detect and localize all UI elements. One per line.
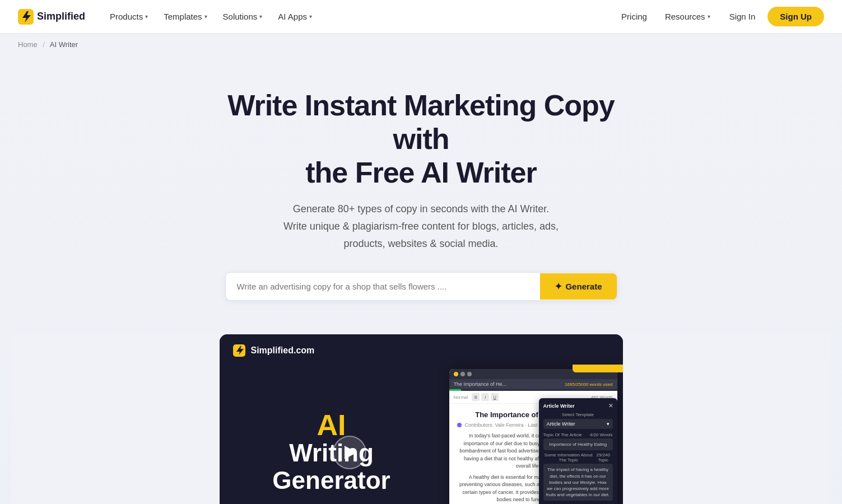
nav-resources[interactable]: Resources ▾ bbox=[658, 8, 717, 25]
nav-templates[interactable]: Templates ▾ bbox=[157, 8, 213, 25]
nav-pricing[interactable]: Pricing bbox=[615, 8, 654, 25]
nav-links: Products ▾ Templates ▾ Solutions ▾ AI Ap… bbox=[103, 8, 615, 25]
video-container: Simplified.com AI Writing Generator bbox=[220, 334, 623, 504]
video-generator-label: Generator bbox=[233, 467, 430, 494]
doc-filename: The Importance of He... bbox=[454, 381, 507, 387]
ai-topic-value: Importance of Healthy Eating bbox=[543, 438, 613, 450]
breadcrumb: Home / AI Writer bbox=[0, 34, 842, 55]
video-logo-icon bbox=[233, 344, 245, 357]
generate-icon: ✦ bbox=[555, 281, 562, 292]
video-ai-label: AI bbox=[233, 410, 430, 440]
templates-chevron-icon: ▾ bbox=[204, 13, 207, 20]
toolbar-dot-green bbox=[454, 372, 458, 376]
hero-title: Write Instant Marketing Copy with the Fr… bbox=[203, 89, 640, 189]
hero-section: Write Instant Marketing Copy with the Fr… bbox=[0, 55, 842, 504]
search-input[interactable] bbox=[226, 273, 541, 300]
video-body: AI Writing Generator bbox=[220, 365, 623, 504]
video-writing-label: Writing bbox=[233, 440, 430, 466]
products-chevron-icon: ▾ bbox=[145, 13, 148, 20]
video-logo-text: Simplified.com bbox=[251, 346, 315, 356]
doc-meta-dot bbox=[457, 423, 462, 427]
yellow-accent-bar bbox=[573, 365, 623, 372]
nav-signup-button[interactable]: Sign Up bbox=[767, 7, 824, 26]
ai-template-select[interactable]: Article Writer ▾ bbox=[543, 419, 613, 429]
ai-info-row: Some Information About The Topic 29/240 … bbox=[543, 452, 613, 463]
breadcrumb-home[interactable]: Home bbox=[18, 40, 38, 49]
logo-icon bbox=[18, 9, 34, 25]
format-label: Normal bbox=[454, 395, 468, 400]
nav-signin[interactable]: Sign In bbox=[722, 8, 764, 25]
play-triangle-icon bbox=[345, 446, 357, 459]
nav-products[interactable]: Products ▾ bbox=[103, 8, 155, 25]
resources-chevron-icon: ▾ bbox=[708, 13, 710, 20]
format-bold[interactable]: B bbox=[472, 393, 480, 401]
toolbar-dot-gray1 bbox=[460, 372, 465, 376]
format-italic[interactable]: I bbox=[481, 393, 489, 401]
search-bar: ✦ Generate bbox=[225, 272, 617, 301]
ai-info-text: The impact of having a healthy diet, the… bbox=[543, 464, 613, 501]
ai-panel-close-button[interactable]: ✕ bbox=[608, 403, 613, 409]
ai-select-label: Select Template bbox=[543, 412, 613, 417]
solutions-chevron-icon: ▾ bbox=[259, 13, 262, 20]
navbar: Simplified Products ▾ Templates ▾ Soluti… bbox=[0, 0, 842, 34]
search-bar-wrapper: ✦ Generate bbox=[11, 272, 831, 301]
video-right-panel: The Importance of He... 1695/25000 words… bbox=[444, 365, 623, 504]
logo-link[interactable]: Simplified bbox=[18, 9, 85, 25]
play-button[interactable] bbox=[333, 436, 366, 469]
logo-text: Simplified bbox=[37, 11, 85, 22]
nav-solutions[interactable]: Solutions ▾ bbox=[216, 8, 269, 25]
hero-subtitle: Generate 80+ types of copy in seconds wi… bbox=[264, 200, 578, 252]
ai-topic-row: Topic Of The Article 4/20 Words bbox=[543, 432, 613, 437]
generate-button[interactable]: ✦ Generate bbox=[540, 273, 616, 300]
ai-apps-chevron-icon: ▾ bbox=[309, 13, 312, 20]
ai-writer-panel: Article Writer ✕ Select Template Article… bbox=[539, 398, 617, 504]
format-underline[interactable]: U bbox=[491, 393, 499, 401]
nav-right: Pricing Resources ▾ Sign In Sign Up bbox=[615, 7, 824, 26]
select-chevron-icon: ▾ bbox=[607, 421, 610, 427]
ai-panel-header: Article Writer ✕ bbox=[543, 403, 613, 409]
nav-ai-apps[interactable]: AI Apps ▾ bbox=[271, 8, 319, 25]
video-section: Simplified.com AI Writing Generator bbox=[11, 334, 831, 504]
video-left-panel: AI Writing Generator bbox=[220, 365, 444, 504]
doc-word-progress: 1695/25000 words used bbox=[565, 382, 612, 387]
video-header: Simplified.com bbox=[220, 334, 623, 365]
breadcrumb-separator: / bbox=[43, 40, 45, 49]
doc-title-bar: The Importance of He... 1695/25000 words… bbox=[449, 379, 617, 389]
breadcrumb-current: AI Writer bbox=[50, 40, 78, 49]
toolbar-dot-gray2 bbox=[467, 372, 472, 376]
